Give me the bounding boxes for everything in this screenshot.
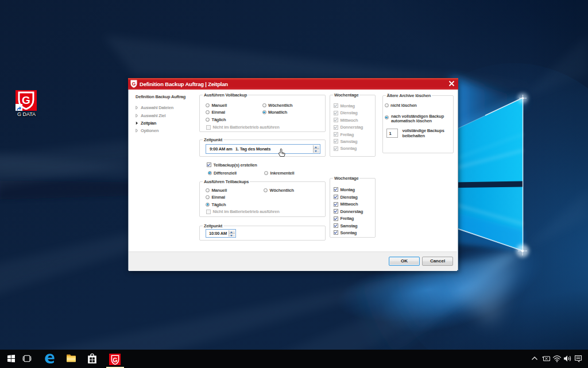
svg-text:G: G bbox=[22, 94, 30, 106]
svg-text:G: G bbox=[132, 81, 136, 87]
svg-text:G: G bbox=[113, 357, 117, 363]
